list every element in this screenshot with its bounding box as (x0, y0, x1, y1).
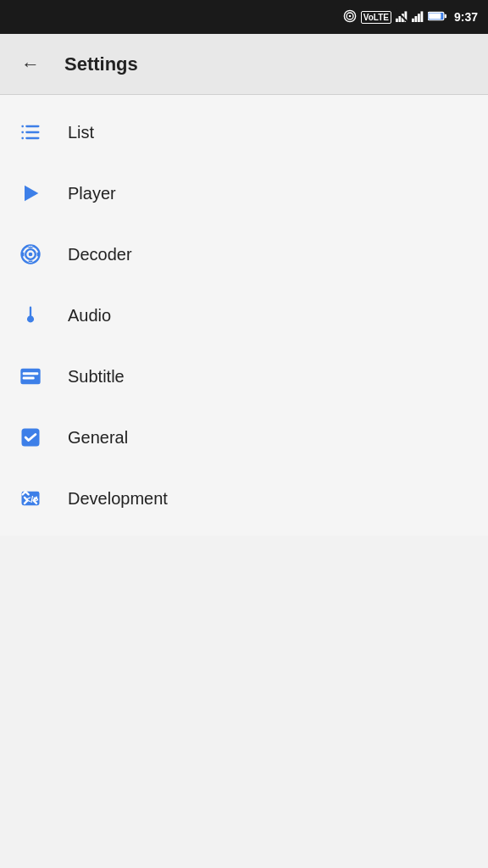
target-icon (343, 9, 357, 25)
settings-list: List Player Decoder Audio (0, 95, 488, 536)
settings-item-development[interactable]: </> Development (0, 468, 488, 529)
audio-label: Audio (68, 306, 111, 326)
audio-icon (17, 302, 44, 329)
signal-x-icon (396, 9, 408, 25)
svg-rect-13 (429, 13, 441, 19)
signal-r-icon (412, 9, 424, 25)
svg-rect-20 (25, 137, 39, 139)
svg-rect-24 (23, 377, 35, 380)
svg-rect-3 (396, 19, 398, 22)
svg-point-2 (348, 15, 351, 18)
status-icons: VoLTE (343, 9, 478, 25)
svg-rect-9 (414, 16, 417, 22)
decoder-icon (17, 241, 44, 268)
player-icon (17, 180, 44, 207)
settings-item-subtitle[interactable]: Subtitle (0, 346, 488, 407)
svg-rect-15 (22, 125, 24, 127)
settings-item-decoder[interactable]: Decoder (0, 224, 488, 285)
svg-rect-16 (25, 125, 39, 127)
settings-item-list[interactable]: List (0, 102, 488, 163)
app-bar: ← Settings (0, 34, 488, 95)
svg-rect-18 (25, 131, 39, 133)
volte-icon: VoLTE (361, 11, 391, 24)
subtitle-label: Subtitle (68, 367, 125, 387)
svg-rect-4 (398, 16, 401, 22)
development-label: Development (68, 489, 168, 509)
svg-rect-19 (22, 137, 24, 139)
status-bar: VoLTE (0, 0, 488, 34)
svg-rect-8 (412, 19, 414, 22)
subtitle-icon (17, 363, 44, 390)
back-arrow-icon: ← (21, 53, 40, 75)
svg-rect-11 (420, 11, 423, 22)
list-icon (17, 119, 44, 146)
svg-rect-10 (418, 14, 420, 22)
general-label: General (68, 428, 128, 448)
svg-text:</>: </> (25, 494, 38, 504)
back-button[interactable]: ← (14, 47, 47, 81)
list-label: List (68, 123, 94, 142)
development-icon: </> (17, 485, 44, 512)
page-title: Settings (64, 53, 138, 75)
settings-item-general[interactable]: General (0, 407, 488, 468)
settings-item-audio[interactable]: Audio (0, 285, 488, 346)
svg-rect-23 (23, 372, 39, 375)
svg-rect-17 (22, 131, 24, 133)
decoder-label: Decoder (68, 245, 132, 264)
svg-rect-22 (20, 369, 40, 385)
svg-rect-14 (445, 14, 446, 19)
general-icon (17, 424, 44, 451)
battery-icon (428, 10, 446, 24)
player-label: Player (68, 184, 116, 203)
svg-marker-21 (25, 186, 38, 202)
status-time: 9:37 (454, 10, 478, 24)
settings-item-player[interactable]: Player (0, 163, 488, 224)
